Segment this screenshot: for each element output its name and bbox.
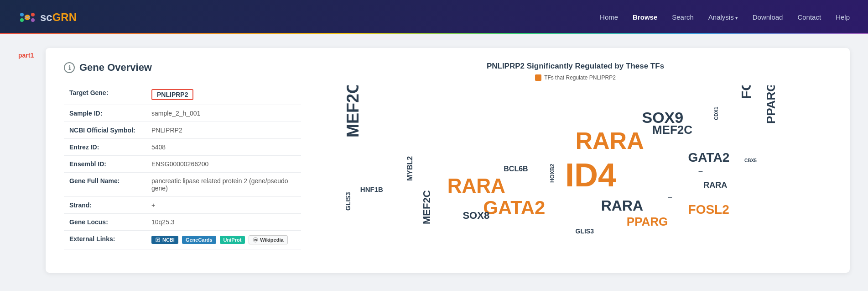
cloud-word: FOSL2 xyxy=(688,203,729,216)
navbar: scGRN Home Browse Search Analysis Downlo… xyxy=(0,0,868,34)
cloud-word: RARA xyxy=(601,198,643,213)
nav-analysis[interactable]: Analysis xyxy=(708,13,738,21)
info-table: Target Gene: PNLIPRP2 Sample ID: sample_… xyxy=(64,85,301,249)
table-row-sample-id: Sample ID: sample_2_h_001 xyxy=(64,105,301,122)
nav-contact[interactable]: Contact xyxy=(797,13,821,21)
card-right: PNLIPRP2 Significantly Regulated by Thes… xyxy=(319,62,832,259)
cloud-word: MEF2C xyxy=(345,85,361,138)
svg-point-1 xyxy=(20,13,24,16)
nav-download[interactable]: Download xyxy=(753,13,783,21)
value-locus: 10q25.3 xyxy=(146,214,301,231)
legend-text: TFs that Regulate PNLIPRP2 xyxy=(544,74,616,81)
cloud-word: GLIS3 xyxy=(345,192,351,210)
label-ncbi-symbol: NCBI Official Symbol: xyxy=(64,122,146,139)
cloud-word: ID4 xyxy=(565,159,616,191)
word-cloud: ID4RARARARARARAGATA2GATA2MEF2CMEF2CMEF2C… xyxy=(319,85,832,259)
cloud-word: SOX8 xyxy=(463,211,489,221)
cloud-word: GLIS3 xyxy=(576,228,594,234)
value-strand: + xyxy=(146,197,301,214)
cloud-word: RARA xyxy=(447,176,505,196)
svg-text:W: W xyxy=(254,238,257,242)
table-row-ncbi-symbol: NCBI Official Symbol: PNLIPRP2 xyxy=(64,122,301,139)
logo-icon xyxy=(18,8,36,26)
cloud-word: FOSL2 xyxy=(739,85,753,99)
cloud-word: CBX5 xyxy=(744,159,757,163)
cloud-word: CDX1 xyxy=(714,107,719,120)
info-icon: ℹ xyxy=(64,62,75,73)
main-card: ℹ Gene Overview Target Gene: PNLIPRP2 Sa… xyxy=(46,48,850,273)
value-target-gene: PNLIPRP2 xyxy=(146,85,301,105)
cloud-word: MEF2C xyxy=(422,190,432,224)
gene-badge[interactable]: PNLIPRP2 xyxy=(151,89,193,100)
cloud-word: SOX9 xyxy=(642,110,683,125)
nav-browse[interactable]: Browse xyxy=(633,13,657,21)
cloud-word: HNF1B xyxy=(360,186,383,193)
wikipedia-icon: W xyxy=(253,237,258,243)
label-full-name: Gene Full Name: xyxy=(64,173,146,197)
svg-point-2 xyxy=(31,13,35,16)
page-content: part1 ℹ Gene Overview Target Gene: PNLIP… xyxy=(0,34,868,286)
value-entrez: 5408 xyxy=(146,139,301,156)
table-row-ensembl: Ensembl ID: ENSG00000266200 xyxy=(64,156,301,173)
cloud-word: HOXB2 xyxy=(550,164,555,182)
label-sample-id: Sample ID: xyxy=(64,105,146,122)
logo-text: scGRN xyxy=(40,11,77,24)
label-ext-links: External Links: xyxy=(64,231,146,249)
value-sample-id: sample_2_h_001 xyxy=(146,105,301,122)
nav-help[interactable]: Help xyxy=(836,13,850,21)
cloud-word: PPARG xyxy=(627,216,668,228)
table-row-full-name: Gene Full Name: pancreatic lipase relate… xyxy=(64,173,301,197)
link-genecards[interactable]: GeneCards xyxy=(182,236,216,244)
label-locus: Gene Locus: xyxy=(64,214,146,231)
label-entrez: Entrez ID: xyxy=(64,139,146,156)
cloud-word: – xyxy=(668,193,672,201)
nav-search[interactable]: Search xyxy=(672,13,694,21)
cloud-word: MYBL2 xyxy=(406,156,414,181)
svg-point-4 xyxy=(31,18,35,22)
value-full-name: pancreatic lipase related protein 2 (gen… xyxy=(146,173,301,197)
cloud-word: GATA2 xyxy=(688,151,730,164)
table-row-target-gene: Target Gene: PNLIPRP2 xyxy=(64,85,301,105)
table-row-locus: Gene Locus: 10q25.3 xyxy=(64,214,301,231)
cloud-word: GATA2 xyxy=(483,198,545,217)
table-row-entrez: Entrez ID: 5408 xyxy=(64,139,301,156)
nav-home[interactable]: Home xyxy=(600,13,618,21)
label-target-gene: Target Gene: xyxy=(64,85,146,105)
link-ncbi[interactable]: NCBI xyxy=(151,236,178,244)
table-row-ext-links: External Links: NCBI GeneCards UniProt W xyxy=(64,231,301,249)
cloud-word: – xyxy=(698,167,703,175)
value-ext-links: NCBI GeneCards UniProt W Wikipedia xyxy=(146,231,301,249)
cloud-legend: TFs that Regulate PNLIPRP2 xyxy=(319,74,832,81)
external-links: NCBI GeneCards UniProt W Wikipedia xyxy=(151,235,296,244)
table-row-strand: Strand: + xyxy=(64,197,301,214)
part-label: part1 xyxy=(18,52,36,59)
value-ensembl: ENSG00000266200 xyxy=(146,156,301,173)
section-title: ℹ Gene Overview xyxy=(64,62,301,74)
ncbi-icon xyxy=(155,237,161,243)
cloud-word: RARA xyxy=(576,129,644,153)
cloud-word: BCL6B xyxy=(504,165,528,173)
link-wikipedia[interactable]: W Wikipedia xyxy=(249,235,287,244)
legend-dot xyxy=(535,74,541,81)
cloud-word: RARA xyxy=(703,181,727,189)
link-uniprot[interactable]: UniProt xyxy=(220,236,245,244)
label-strand: Strand: xyxy=(64,197,146,214)
label-ensembl: Ensembl ID: xyxy=(64,156,146,173)
svg-point-3 xyxy=(20,18,24,22)
nav-links: Home Browse Search Analysis Download Con… xyxy=(600,13,850,21)
card-left: ℹ Gene Overview Target Gene: PNLIPRP2 Sa… xyxy=(64,62,301,259)
cloud-word: PPARG xyxy=(765,85,777,124)
logo[interactable]: scGRN xyxy=(18,8,77,26)
cloud-title: PNLIPRP2 Significantly Regulated by Thes… xyxy=(319,62,832,71)
value-ncbi-symbol: PNLIPRP2 xyxy=(146,122,301,139)
